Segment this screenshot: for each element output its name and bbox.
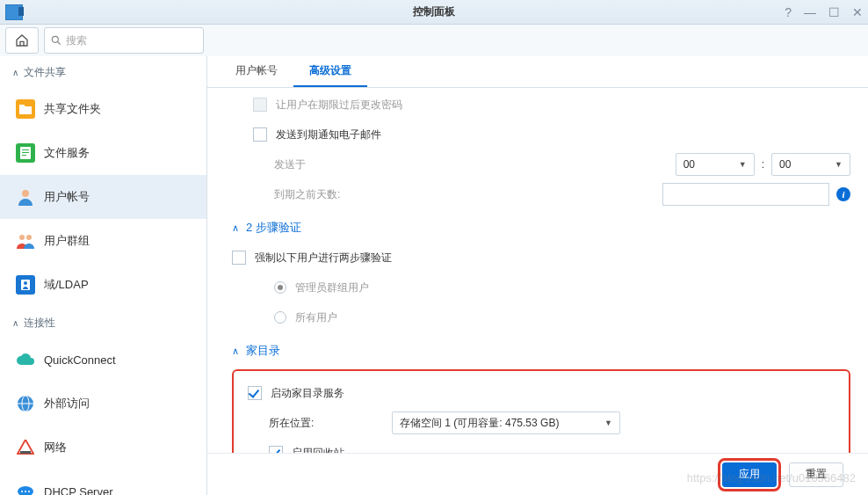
dhcp-icon [16, 482, 35, 495]
sidebar-item-domain-ldap[interactable]: 域/LDAP [0, 263, 206, 307]
home-button[interactable] [5, 27, 39, 54]
sidebar-group-fileshare[interactable]: ∧ 文件共享 [0, 56, 206, 87]
svg-point-10 [24, 281, 27, 285]
svg-point-17 [25, 491, 26, 492]
tab-advanced[interactable]: 高级设置 [293, 56, 367, 87]
app-icon [5, 4, 23, 20]
apply-button[interactable]: 应用 [722, 462, 777, 487]
section-title: 2 步骤验证 [246, 220, 301, 236]
checkbox-enable-home[interactable] [248, 386, 262, 400]
sidebar-group-connectivity[interactable]: ∧ 连接性 [0, 307, 206, 338]
sidebar-item-label: 网络 [44, 440, 67, 455]
network-icon [16, 438, 35, 457]
section-title: 家目录 [246, 343, 280, 359]
folder-icon [16, 99, 35, 119]
chevron-down-icon: ▼ [835, 160, 843, 169]
svg-point-8 [26, 235, 32, 240]
sidebar-item-label: 用户帐号 [44, 189, 90, 205]
hour-select[interactable]: 00 ▼ [676, 153, 755, 176]
titlebar: 控制面板 ? — ☐ ✕ [0, 0, 868, 25]
checkbox-enable-recycle[interactable] [269, 446, 283, 453]
sidebar-item-shared-folder[interactable]: 共享文件夹 [0, 87, 206, 131]
sidebar-item-label: 共享文件夹 [44, 101, 101, 117]
svg-point-0 [52, 36, 58, 42]
force-twostep-label: 强制以下用户进行两步骤验证 [255, 251, 392, 266]
settings-panel: 让用户在期限过后更改密码 发送到期通知电子邮件 发送于 00 ▼ : 00 ▼ [207, 88, 868, 453]
tab-user-account[interactable]: 用户帐号 [220, 56, 293, 87]
checkbox-allow-change-after-expiry [253, 98, 267, 112]
sidebar-item-label: 外部访问 [44, 396, 90, 411]
sidebar: ∧ 文件共享 共享文件夹 文件服务 用户帐号 用户群组 域/LDAP ∧ 连接性 [0, 56, 207, 495]
checkbox-force-twostep[interactable] [232, 251, 246, 265]
footer: 应用 重置 [207, 453, 868, 495]
chevron-down-icon: ▼ [604, 419, 612, 427]
radio-admin-group [274, 281, 286, 294]
sidebar-group-label: 连接性 [24, 316, 55, 331]
svg-rect-3 [22, 149, 29, 150]
close-icon[interactable]: ✕ [852, 5, 863, 19]
globe-icon [16, 394, 35, 413]
section-home-dir[interactable]: ∧ 家目录 [232, 343, 850, 359]
location-select[interactable]: 存储空间 1 (可用容量: 475.53 GB) ▼ [392, 411, 620, 434]
window-title: 控制面板 [413, 4, 455, 19]
radio-all-users [274, 311, 286, 324]
days-before-label: 到期之前天数: [274, 187, 397, 202]
file-service-icon [16, 143, 35, 163]
chevron-up-icon: ∧ [12, 318, 18, 328]
sidebar-item-label: 用户群组 [44, 233, 90, 249]
sidebar-item-external-access[interactable]: 外部访问 [0, 382, 206, 426]
chevron-up-icon: ∧ [232, 222, 239, 234]
svg-rect-14 [20, 451, 31, 454]
enable-home-label: 启动家目录服务 [271, 386, 344, 401]
checkbox-send-expiry-email[interactable] [253, 127, 267, 142]
sidebar-group-label: 文件共享 [24, 65, 66, 80]
sidebar-item-label: 域/LDAP [44, 277, 89, 293]
svg-point-18 [28, 491, 30, 492]
svg-point-16 [21, 491, 23, 492]
svg-rect-4 [22, 152, 29, 153]
content: 用户帐号 高级设置 让用户在期限过后更改密码 发送到期通知电子邮件 发送于 00… [207, 56, 868, 495]
home-highlight-box: 启动家目录服务 所在位置: 存储空间 1 (可用容量: 475.53 GB) ▼… [232, 369, 850, 453]
send-at-label: 发送于 [274, 157, 397, 172]
allow-change-label: 让用户在期限过后更改密码 [276, 98, 402, 113]
all-users-label: 所有用户 [295, 310, 337, 325]
svg-line-1 [58, 42, 61, 45]
location-value: 存储空间 1 (可用容量: 475.53 GB) [400, 416, 559, 431]
sidebar-item-network[interactable]: 网络 [0, 426, 206, 470]
main: ∧ 文件共享 共享文件夹 文件服务 用户帐号 用户群组 域/LDAP ∧ 连接性 [0, 56, 868, 495]
minimize-icon[interactable]: — [804, 5, 816, 19]
search-box[interactable] [44, 27, 204, 54]
chevron-down-icon: ▼ [739, 160, 747, 169]
info-icon[interactable]: i [836, 187, 850, 201]
group-icon [16, 231, 35, 251]
chevron-up-icon: ∧ [232, 346, 239, 357]
sidebar-item-quickconnect[interactable]: QuickConnect [0, 338, 206, 382]
sidebar-item-label: QuickConnect [44, 353, 116, 367]
search-icon [50, 34, 62, 47]
send-email-label: 发送到期通知电子邮件 [276, 127, 381, 142]
chevron-up-icon: ∧ [12, 68, 18, 77]
window-controls: ? — ☐ ✕ [785, 5, 863, 19]
svg-rect-5 [22, 155, 26, 156]
tabs: 用户帐号 高级设置 [207, 56, 868, 88]
sidebar-item-user-account[interactable]: 用户帐号 [0, 175, 206, 219]
admin-group-label: 管理员群组用户 [295, 280, 369, 295]
location-label: 所在位置: [269, 416, 392, 431]
sidebar-item-label: 文件服务 [44, 145, 90, 161]
svg-point-7 [19, 235, 25, 240]
sidebar-item-user-group[interactable]: 用户群组 [0, 219, 206, 263]
sidebar-item-label: DHCP Server [44, 485, 113, 496]
sidebar-item-file-services[interactable]: 文件服务 [0, 131, 206, 175]
search-input[interactable] [66, 34, 198, 47]
section-two-step[interactable]: ∧ 2 步骤验证 [232, 220, 850, 236]
toolbar [0, 25, 868, 56]
days-before-input[interactable] [662, 183, 829, 206]
minute-select[interactable]: 00 ▼ [771, 153, 850, 176]
help-icon[interactable]: ? [785, 5, 792, 19]
sidebar-item-dhcp[interactable]: DHCP Server [0, 470, 206, 495]
hour-value: 00 [684, 158, 695, 171]
reset-button[interactable]: 重置 [789, 462, 843, 487]
maximize-icon[interactable]: ☐ [828, 5, 840, 19]
ldap-icon [16, 275, 35, 295]
user-icon [16, 187, 35, 207]
